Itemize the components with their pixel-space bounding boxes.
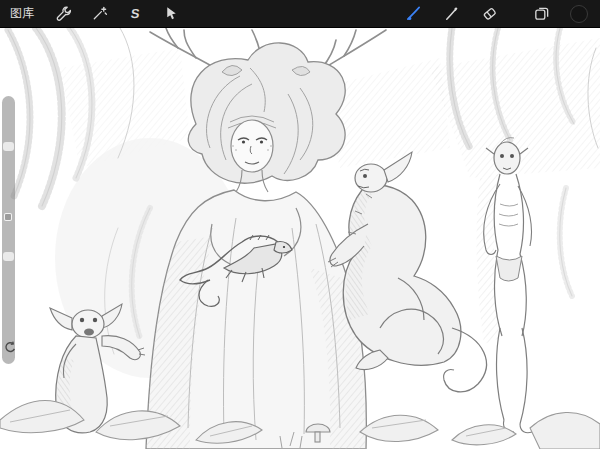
magic-wand-icon xyxy=(91,5,108,22)
smudge-finger-icon xyxy=(443,5,460,22)
gallery-button[interactable]: 图库 xyxy=(10,5,38,22)
left-tool-group: 图库 S xyxy=(10,3,182,25)
selection-button[interactable]: S xyxy=(124,3,146,25)
modify-button[interactable] xyxy=(4,213,12,221)
selection-s-icon: S xyxy=(130,6,141,21)
adjustments-button[interactable] xyxy=(88,3,110,25)
brush-size-slider[interactable] xyxy=(3,142,14,151)
color-button[interactable] xyxy=(568,3,590,25)
eraser-icon xyxy=(481,5,498,22)
paint-tool-button[interactable] xyxy=(402,3,424,25)
undo-button[interactable] xyxy=(3,340,19,356)
canvas[interactable] xyxy=(0,28,600,449)
transform-button[interactable] xyxy=(160,3,182,25)
layers-button[interactable] xyxy=(530,3,552,25)
transform-arrow-icon xyxy=(163,5,180,22)
erase-tool-button[interactable] xyxy=(478,3,500,25)
smudge-tool-button[interactable] xyxy=(440,3,462,25)
layers-icon xyxy=(533,5,550,22)
canvas-artwork[interactable] xyxy=(0,28,600,449)
procreate-app: 图库 S xyxy=(0,0,600,449)
undo-arrow-icon xyxy=(3,341,17,355)
top-toolbar: 图库 S xyxy=(0,0,600,28)
opacity-slider[interactable] xyxy=(3,252,14,261)
current-color-swatch xyxy=(570,5,588,23)
right-tool-group xyxy=(402,3,590,25)
sidebar-slider-bar xyxy=(2,96,15,364)
actions-button[interactable] xyxy=(52,3,74,25)
paint-brush-icon xyxy=(405,5,422,22)
wrench-icon xyxy=(55,5,72,22)
